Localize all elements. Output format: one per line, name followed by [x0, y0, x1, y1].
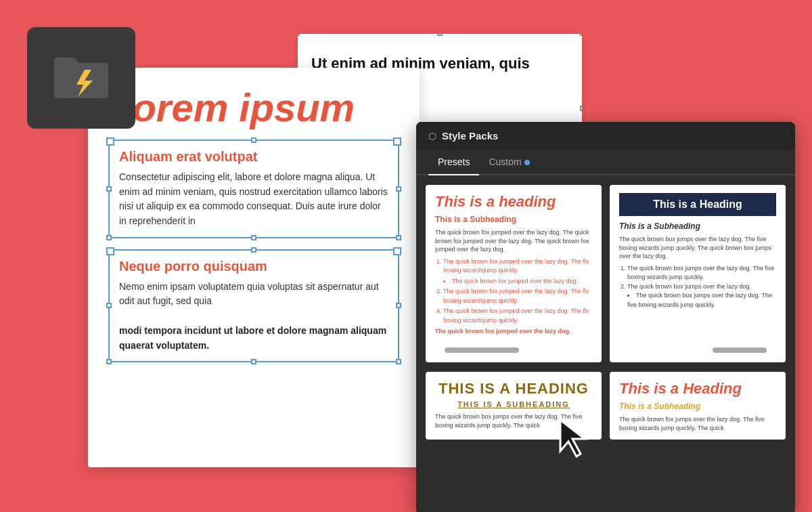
folder-icon-box: [27, 27, 135, 129]
style-cards-grid: This is a heading This is a Subheading T…: [416, 175, 795, 372]
card3-subheading: THIS IS A SUBHEADING: [435, 400, 592, 408]
section2-bold: modi tempora incidunt ut labore et dolor…: [119, 325, 386, 351]
doc-title: Lorem ipsum: [108, 88, 399, 127]
tab-custom[interactable]: Custom: [479, 150, 539, 174]
handle-tr: [580, 34, 582, 36]
tab-presets[interactable]: Presets: [428, 150, 479, 175]
handle-mr2: [396, 303, 401, 308]
mouse-cursor: [555, 417, 589, 458]
panel-header: ⬡ Style Packs: [416, 122, 795, 150]
card1-subheading: This is a Subheading: [435, 215, 592, 224]
section2-heading: Neque porro quisquam: [119, 259, 388, 274]
card2-subheading: This is a Subheading: [619, 221, 776, 231]
section1-body: Consectetur adipiscing elit, labore et d…: [119, 170, 388, 229]
card3-heading: THIS IS A HEADING: [435, 380, 592, 398]
card1-bold: The quick brown fox jumped over the lazy…: [435, 328, 592, 335]
handle-mr: [580, 106, 582, 111]
card4-heading: This is a Heading: [619, 380, 776, 398]
section1-heading: Aliquam erat volutpat: [119, 149, 388, 165]
handle-tm: [437, 34, 443, 36]
card1-list: The quick brown fox jumped over the lazy…: [435, 257, 592, 326]
card4-subheading: This is a Subheading: [619, 402, 776, 411]
handle-bm: [251, 235, 256, 240]
handle-ml: [106, 186, 112, 192]
handle-ml2: [106, 303, 112, 308]
style-card-4[interactable]: This is a Heading This is a Subheading T…: [610, 372, 786, 440]
card2-list: The quick brown box jumps over the lazy …: [619, 264, 776, 310]
card2-heading: This is a Heading: [626, 198, 769, 211]
section-2: Neque porro quisquam Nemo enim ipsam vol…: [108, 249, 399, 362]
left-document: Lorem ipsum Aliquam erat volutpat Consec…: [88, 68, 420, 467]
section2-body: Nemo enim ipsam voluptatem quia voluptas…: [119, 280, 388, 353]
card1-heading: This is a heading: [435, 193, 592, 211]
handle-br2: [396, 359, 401, 364]
folder-lightning-icon: [51, 47, 112, 108]
card4-body: The quick brown fox jumps over the lazy …: [619, 415, 776, 432]
style-packs-panel: ⬡ Style Packs Presets Custom This is a h…: [416, 122, 795, 512]
card1-body: The quick brown fox jumped over the lazy…: [435, 228, 592, 254]
handle-tm2: [251, 247, 256, 253]
svg-marker-1: [560, 420, 585, 456]
panel-title: Style Packs: [442, 130, 498, 142]
handle-br: [396, 235, 401, 240]
style-card-2[interactable]: This is a Heading This is a Subheading T…: [610, 185, 786, 362]
panel-tabs: Presets Custom: [416, 150, 795, 175]
card2-body: The quick brown box jumps over the lazy …: [619, 235, 776, 261]
section-1: Aliquam erat volutpat Consectetur adipis…: [108, 140, 399, 238]
style-card-1[interactable]: This is a heading This is a Subheading T…: [426, 185, 602, 362]
bottom-cards: THIS IS A HEADING THIS IS A SUBHEADING T…: [416, 372, 795, 449]
handle-bl2: [106, 359, 112, 364]
handle-mr: [396, 186, 401, 192]
custom-tab-dot: [524, 160, 530, 165]
handle-bm2: [251, 359, 256, 364]
card2-heading-box: This is a Heading: [619, 193, 776, 216]
style-pack-icon: ⬡: [428, 131, 436, 142]
handle-bl: [106, 235, 112, 240]
card1-scrollbar: [445, 347, 519, 353]
card2-scrollbar: [713, 347, 767, 353]
handle-tl: [298, 34, 300, 36]
handle-tm: [251, 137, 256, 143]
